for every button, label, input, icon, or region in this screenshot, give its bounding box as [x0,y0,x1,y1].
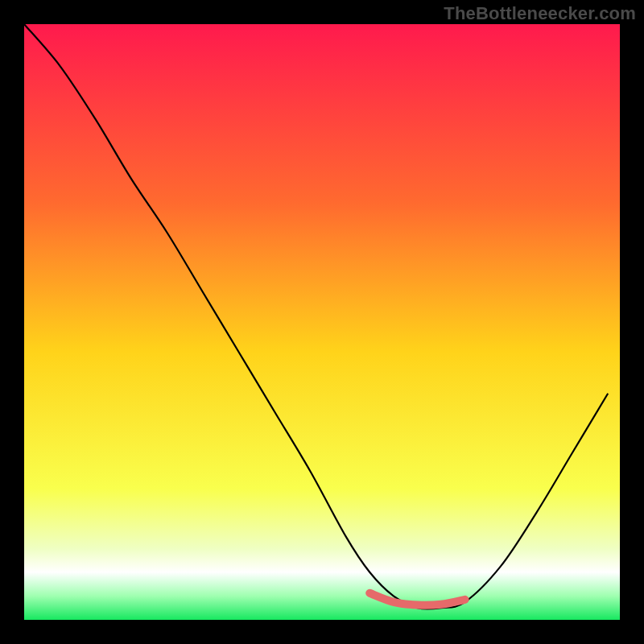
watermark-text: TheBottleneecker.com [444,3,636,24]
plot-area [24,24,620,620]
chart-svg [24,24,620,620]
chart-frame: TheBottleneecker.com [0,0,644,644]
highlight-segment [369,593,464,605]
main-curve [24,24,608,609]
